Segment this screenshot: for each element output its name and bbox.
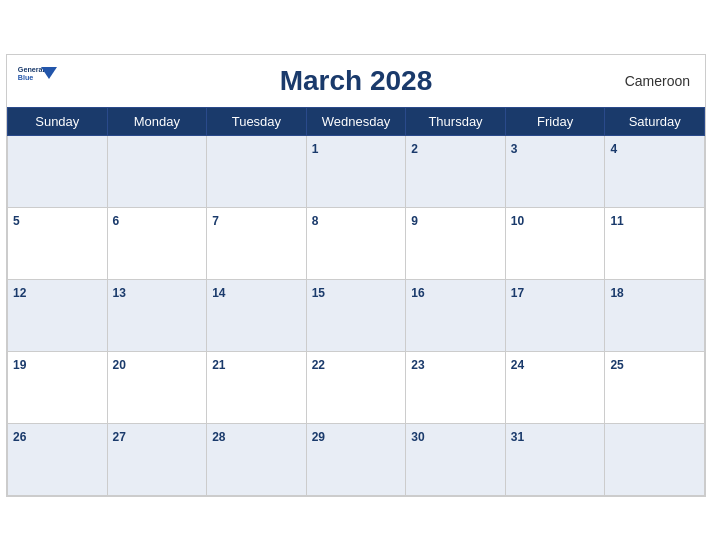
calendar-day-cell: 25 (605, 351, 705, 423)
day-number: 24 (511, 358, 524, 372)
calendar-title: March 2028 (280, 65, 433, 97)
header-friday: Friday (505, 107, 605, 135)
calendar-day-cell (605, 423, 705, 495)
calendar-header: General Blue March 2028 Cameroon (7, 55, 705, 107)
header-tuesday: Tuesday (207, 107, 307, 135)
calendar-day-cell: 7 (207, 207, 307, 279)
calendar-day-cell: 4 (605, 135, 705, 207)
calendar-day-cell: 6 (107, 207, 207, 279)
header-saturday: Saturday (605, 107, 705, 135)
day-number: 3 (511, 142, 518, 156)
day-number: 29 (312, 430, 325, 444)
calendar-day-cell: 5 (8, 207, 108, 279)
day-number: 30 (411, 430, 424, 444)
calendar-day-cell: 16 (406, 279, 506, 351)
calendar-day-cell: 19 (8, 351, 108, 423)
calendar-day-cell: 21 (207, 351, 307, 423)
calendar-day-cell: 24 (505, 351, 605, 423)
calendar-day-cell (8, 135, 108, 207)
weekday-header-row: Sunday Monday Tuesday Wednesday Thursday… (8, 107, 705, 135)
day-number: 6 (113, 214, 120, 228)
calendar-week-row: 1234 (8, 135, 705, 207)
day-number: 18 (610, 286, 623, 300)
day-number: 21 (212, 358, 225, 372)
calendar-day-cell: 28 (207, 423, 307, 495)
day-number: 7 (212, 214, 219, 228)
calendar-day-cell: 1 (306, 135, 406, 207)
calendar-day-cell: 31 (505, 423, 605, 495)
day-number: 27 (113, 430, 126, 444)
day-number: 15 (312, 286, 325, 300)
calendar-day-cell: 9 (406, 207, 506, 279)
day-number: 10 (511, 214, 524, 228)
calendar-day-cell: 20 (107, 351, 207, 423)
calendar-day-cell: 17 (505, 279, 605, 351)
day-number: 11 (610, 214, 623, 228)
day-number: 16 (411, 286, 424, 300)
day-number: 12 (13, 286, 26, 300)
calendar-container: General Blue March 2028 Cameroon Sunday … (6, 54, 706, 497)
day-number: 28 (212, 430, 225, 444)
calendar-week-row: 12131415161718 (8, 279, 705, 351)
calendar-day-cell: 8 (306, 207, 406, 279)
day-number: 25 (610, 358, 623, 372)
day-number: 8 (312, 214, 319, 228)
calendar-day-cell: 22 (306, 351, 406, 423)
day-number: 20 (113, 358, 126, 372)
calendar-week-row: 19202122232425 (8, 351, 705, 423)
calendar-day-cell: 12 (8, 279, 108, 351)
day-number: 17 (511, 286, 524, 300)
day-number: 4 (610, 142, 617, 156)
calendar-day-cell: 11 (605, 207, 705, 279)
day-number: 13 (113, 286, 126, 300)
logo-area: General Blue (17, 63, 57, 91)
calendar-day-cell: 15 (306, 279, 406, 351)
day-number: 5 (13, 214, 20, 228)
calendar-day-cell: 18 (605, 279, 705, 351)
calendar-day-cell (207, 135, 307, 207)
header-monday: Monday (107, 107, 207, 135)
calendar-day-cell (107, 135, 207, 207)
calendar-day-cell: 30 (406, 423, 506, 495)
day-number: 2 (411, 142, 418, 156)
header-wednesday: Wednesday (306, 107, 406, 135)
calendar-day-cell: 29 (306, 423, 406, 495)
day-number: 1 (312, 142, 319, 156)
generalblue-logo-icon: General Blue (17, 63, 57, 91)
svg-text:Blue: Blue (18, 72, 34, 81)
calendar-day-cell: 3 (505, 135, 605, 207)
calendar-day-cell: 14 (207, 279, 307, 351)
header-sunday: Sunday (8, 107, 108, 135)
calendar-grid: Sunday Monday Tuesday Wednesday Thursday… (7, 107, 705, 496)
calendar-day-cell: 2 (406, 135, 506, 207)
calendar-day-cell: 27 (107, 423, 207, 495)
day-number: 23 (411, 358, 424, 372)
day-number: 26 (13, 430, 26, 444)
calendar-week-row: 262728293031 (8, 423, 705, 495)
day-number: 14 (212, 286, 225, 300)
calendar-day-cell: 23 (406, 351, 506, 423)
calendar-day-cell: 26 (8, 423, 108, 495)
day-number: 31 (511, 430, 524, 444)
calendar-week-row: 567891011 (8, 207, 705, 279)
country-label: Cameroon (625, 73, 690, 89)
header-thursday: Thursday (406, 107, 506, 135)
calendar-day-cell: 10 (505, 207, 605, 279)
day-number: 22 (312, 358, 325, 372)
calendar-day-cell: 13 (107, 279, 207, 351)
day-number: 9 (411, 214, 418, 228)
day-number: 19 (13, 358, 26, 372)
